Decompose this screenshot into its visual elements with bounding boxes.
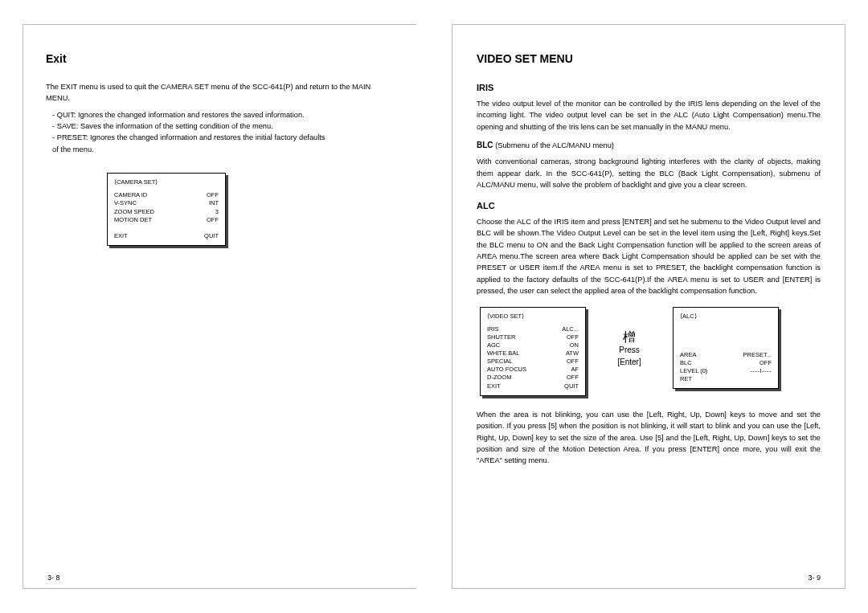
row-iris: IRISALC...: [487, 325, 579, 333]
lbl: EXIT: [114, 232, 128, 240]
val: PRESET...: [743, 351, 772, 359]
camera-set-menu: ⟨CAMERA SET⟩ CAMERA IDOFF V-SYNCINT ZOOM…: [107, 173, 226, 246]
arrow-label-enter: [Enter]: [605, 356, 653, 369]
exit-bullet-preset-1: - PRESET: Ignores the changed informatio…: [52, 132, 392, 143]
lbl: MOTION DET: [114, 216, 152, 224]
page-left: Exit The EXIT menu is used to quit the C…: [23, 24, 416, 589]
row-zoom-speed: ZOOM SPEED3: [114, 208, 219, 216]
row-agc: AGCON: [487, 341, 579, 349]
tail-para: When the area is not blinking, you can u…: [477, 409, 821, 467]
exit-bullet-preset-2: of the menu.: [52, 144, 392, 155]
row-level: LEVEL (0)----I----: [680, 367, 772, 375]
section-title-videoset: VIDEO SET MENU: [477, 51, 821, 68]
val: INT: [209, 199, 219, 207]
alc-heading: ALC: [477, 199, 821, 213]
page-left-content: Exit The EXIT menu is used to quit the C…: [23, 25, 416, 255]
page-right-content: VIDEO SET MENU IRIS The video output lev…: [452, 25, 845, 481]
row-motion-det: MOTION DETOFF: [114, 216, 219, 224]
val: OFF: [760, 359, 772, 367]
val: OFF: [207, 191, 219, 199]
val: QUIT: [204, 232, 219, 240]
arrow-label-press: Press: [605, 344, 653, 357]
val: OFF: [207, 216, 219, 224]
val: OFF: [567, 333, 579, 341]
blc-line: BLC (Submenu of the ALC/MANU menu): [477, 139, 821, 152]
val: QUIT: [564, 382, 579, 390]
row-special: SPECIALOFF: [487, 358, 579, 366]
page-number-left: 3- 8: [47, 574, 60, 582]
lbl: EXIT: [487, 382, 501, 390]
lbl: V-SYNC: [114, 199, 137, 207]
arrow-icon: 橧: [605, 331, 653, 344]
lbl: CAMERA ID: [114, 191, 147, 199]
lbl: D-ZOOM: [487, 374, 511, 382]
alc-para: Choose the ALC of the IRIS item and pres…: [477, 216, 821, 297]
lbl: RET: [680, 375, 692, 383]
alc-menu: ⟨ALC⟩ AREAPRESET... BLCOFF LEVEL (0)----…: [673, 307, 779, 390]
val: OFF: [567, 374, 579, 382]
row-area: AREAPRESET...: [680, 351, 772, 359]
blc-subtitle: (Submenu of the ALC/MANU menu): [493, 141, 614, 149]
lbl: WHITE BAL: [487, 349, 519, 358]
lbl: SHUTTER: [487, 333, 515, 341]
arrow-column: 橧 Press [Enter]: [605, 307, 653, 369]
val: AF: [571, 366, 579, 374]
lbl: ZOOM SPEED: [114, 208, 154, 216]
iris-heading: IRIS: [477, 81, 821, 95]
val: ON: [570, 341, 579, 349]
val: ----I----: [750, 367, 772, 375]
row-vsync: V-SYNCINT: [114, 199, 219, 207]
row-exit: EXITQUIT: [114, 232, 219, 240]
video-set-menu-box: ⟨VIDEO SET⟩ IRISALC... SHUTTEROFF AGCON …: [480, 307, 586, 396]
video-set-menu: ⟨VIDEO SET⟩ IRISALC... SHUTTEROFF AGCON …: [480, 307, 586, 396]
lbl: IRIS: [487, 325, 499, 333]
page-number-right: 3- 9: [808, 574, 821, 582]
video-set-header: ⟨VIDEO SET⟩: [487, 313, 579, 321]
lbl: AGC: [487, 341, 500, 349]
menu-diagram-row: ⟨VIDEO SET⟩ IRISALC... SHUTTEROFF AGCON …: [480, 307, 821, 396]
blc-para: With conventional cameras, strong backgr…: [477, 156, 821, 190]
val: OFF: [567, 358, 579, 366]
row-camera-id: CAMERA IDOFF: [114, 191, 219, 199]
page-right: VIDEO SET MENU IRIS The video output lev…: [452, 24, 845, 589]
row-dzoom: D-ZOOMOFF: [487, 374, 579, 382]
alc-menu-header: ⟨ALC⟩: [680, 313, 772, 321]
exit-bullet-quit: - QUIT: Ignores the changed information …: [52, 109, 392, 121]
iris-para: The video output level of the monitor ca…: [477, 98, 821, 133]
section-title-exit: Exit: [46, 51, 392, 68]
camera-set-header: ⟨CAMERA SET⟩: [114, 178, 219, 186]
blc-heading: BLC: [477, 141, 493, 149]
row-blc: BLCOFF: [680, 359, 772, 367]
val: ATW: [566, 349, 579, 358]
row-exit-vs: EXITQUIT: [487, 382, 579, 390]
row-autofocus: AUTO FOCUSAF: [487, 366, 579, 374]
val: ALC...: [562, 325, 579, 333]
lbl: SPECIAL: [487, 358, 513, 366]
exit-intro: The EXIT menu is used to quit the CAMERA…: [46, 81, 392, 104]
alc-menu-box: ⟨ALC⟩ AREAPRESET... BLCOFF LEVEL (0)----…: [673, 307, 779, 390]
lbl: AREA: [680, 351, 696, 359]
lbl: BLC: [680, 359, 692, 367]
val: 3: [215, 208, 219, 216]
row-whitebal: WHITE BALATW: [487, 349, 579, 358]
exit-bullet-save: - SAVE: Saves the information of the set…: [52, 121, 392, 132]
row-ret: RET: [680, 375, 772, 383]
row-shutter: SHUTTEROFF: [487, 333, 579, 341]
lbl: AUTO FOCUS: [487, 366, 526, 374]
lbl: LEVEL (0): [680, 367, 707, 375]
camera-set-menu-box: ⟨CAMERA SET⟩ CAMERA IDOFF V-SYNCINT ZOOM…: [107, 173, 226, 246]
